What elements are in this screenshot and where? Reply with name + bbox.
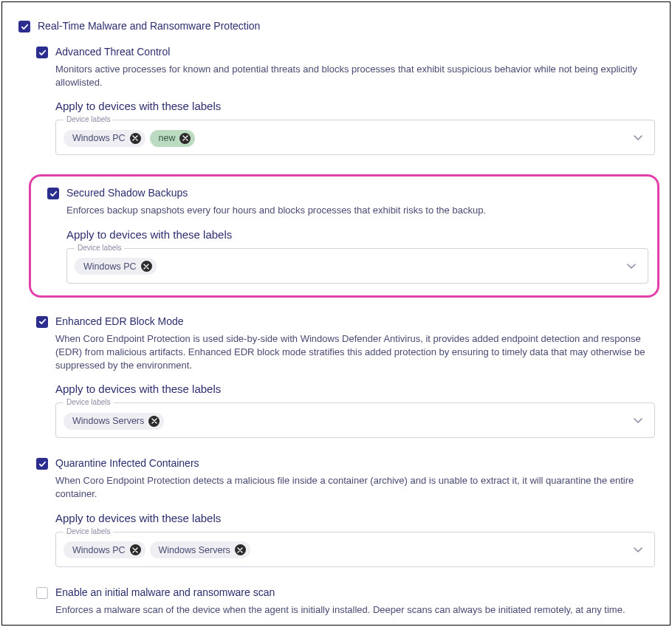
chip-label: Windows PC [72,545,126,555]
ssb-checkbox[interactable] [47,188,59,199]
field-legend: Device labels [64,398,113,406]
main-option-row: Real-Time Malware and Ransomware Protect… [18,20,655,32]
check-icon [21,23,29,31]
chip-label: Windows Servers [159,545,230,555]
main-title: Real-Time Malware and Ransomware Protect… [38,20,260,32]
initial-checkbox[interactable] [36,587,48,599]
edr-checkbox[interactable] [36,316,48,328]
chip-remove-icon[interactable] [235,544,246,555]
initial-description: Enforces a malware scan of the device wh… [55,603,655,617]
chip-windows-servers: Windows Servers [64,413,164,430]
check-icon [38,460,47,468]
chip-windows-pc: Windows PC [64,130,145,147]
chevron-down-icon[interactable] [632,414,644,426]
chip-label: Windows PC [72,133,126,143]
qic-apply-label: Apply to devices with these labels [55,512,655,524]
settings-panel: Real-Time Malware and Ransomware Protect… [1,1,671,626]
check-icon [49,190,58,198]
qic-device-labels-field[interactable]: Device labels Windows PC Windows Servers [55,532,655,567]
atc-checkbox[interactable] [36,47,48,58]
edr-description: When Coro Endpoint Protection is used si… [55,332,655,373]
field-legend: Device labels [75,244,124,252]
check-icon [38,49,47,57]
ssb-description: Enforces backup snapshots every four hou… [66,204,648,217]
ssb-apply-label: Apply to devices with these labels [66,228,648,241]
chip-windows-servers: Windows Servers [150,541,250,558]
highlighted-section: Secured Shadow Backups Enforces backup s… [29,174,659,297]
qic-title: Quarantine Infected Containers [55,457,199,469]
section-secured-shadow-backups: Secured Shadow Backups Enforces backup s… [47,187,648,283]
section-quarantine-containers: Quarantine Infected Containers When Coro… [36,457,655,566]
chevron-down-icon[interactable] [632,544,644,555]
qic-description: When Coro Endpoint Protection detects a … [55,474,655,501]
field-legend: Device labels [64,115,113,123]
initial-title: Enable an initial malware and ransomware… [55,586,275,598]
ssb-device-labels-field[interactable]: Device labels Windows PC [66,248,648,284]
field-legend: Device labels [64,527,113,535]
check-icon [38,318,47,326]
main-checkbox[interactable] [18,21,30,32]
section-enhanced-edr: Enhanced EDR Block Mode When Coro Endpoi… [36,315,655,439]
chip-windows-pc: Windows PC [75,258,157,275]
chip-label: new [159,133,176,143]
qic-checkbox[interactable] [36,458,48,470]
section-initial-scan: Enable an initial malware and ransomware… [36,586,655,628]
chip-remove-icon[interactable] [130,544,141,555]
atc-apply-label: Apply to devices with these labels [55,100,655,112]
atc-description: Monitors active processes for known and … [55,63,655,89]
edr-apply-label: Apply to devices with these labels [55,383,655,395]
chip-new: new [150,130,196,147]
atc-title: Advanced Threat Control [55,46,170,58]
chip-label: Windows PC [83,261,137,272]
chip-remove-icon[interactable] [130,133,141,144]
chip-label: Windows Servers [72,416,144,426]
ssb-title: Secured Shadow Backups [66,187,188,199]
atc-device-labels-field[interactable]: Device labels Windows PC new [55,120,655,155]
chevron-down-icon[interactable] [625,260,637,272]
section-advanced-threat-control: Advanced Threat Control Monitors active … [36,46,655,155]
chip-remove-icon[interactable] [148,416,160,427]
chip-remove-icon[interactable] [141,261,152,272]
edr-device-labels-field[interactable]: Device labels Windows Servers [55,402,655,438]
chevron-down-icon[interactable] [632,131,644,143]
edr-title: Enhanced EDR Block Mode [55,315,184,327]
chip-windows-pc: Windows PC [64,541,145,558]
chip-remove-icon[interactable] [179,133,191,144]
